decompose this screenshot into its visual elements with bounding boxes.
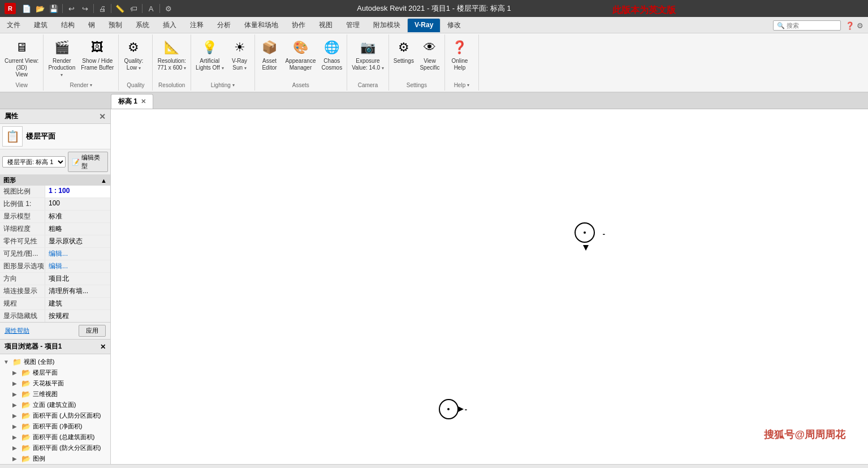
tree-item-legends[interactable]: ▶ 📂 图例 — [9, 453, 110, 464]
ribbon-group-help: ❓ OnlineHelp Help ▾ — [445, 35, 479, 91]
tab-view[interactable]: 视图 — [312, 18, 339, 33]
show-hide-label: Show / HideFrame Buffer — [81, 58, 114, 71]
tab-addins[interactable]: 附加模块 — [366, 18, 407, 33]
property-type-icon: 📋 — [2, 126, 23, 147]
tab-collaborate[interactable]: 协作 — [285, 18, 312, 33]
tree-item-area-plans2[interactable]: ▶ 📂 面积平面 (净面积) — [9, 421, 110, 432]
render-group-label: Render ▾ — [46, 81, 116, 89]
property-type-area: 📋 楼层平面 — [0, 124, 110, 149]
properties-close-button[interactable]: ✕ — [99, 112, 106, 121]
search-input[interactable] — [773, 20, 841, 31]
ribbon-group-resolution: 📐 Resolution:771 x 600 ▾ Resolution — [153, 35, 191, 91]
resolution-button[interactable]: 📐 Resolution:771 x 600 ▾ — [155, 37, 188, 73]
qa-save[interactable]: 💾 — [47, 2, 60, 15]
exposure-button[interactable]: 📷 ExposureValue: 14.0 ▾ — [349, 37, 386, 73]
qa-sep1 — [62, 4, 63, 13]
tree-item-floor-plans[interactable]: ▶ 📂 楼层平面 — [9, 367, 110, 378]
exposure-icon: 📷 — [359, 38, 377, 57]
render-production-button[interactable]: 🎬 RenderProduction▾ — [46, 37, 77, 80]
tab-modify[interactable]: 修改 — [441, 18, 468, 33]
settings-group-label: Settings — [391, 81, 442, 89]
edit-type-icon: 📝 — [72, 158, 80, 166]
doc-tab-close[interactable]: ✕ — [141, 98, 146, 105]
online-help-button[interactable]: ❓ OnlineHelp — [447, 37, 472, 73]
property-type-name: 楼层平面 — [26, 131, 55, 141]
qa-print[interactable]: 🖨 — [96, 2, 109, 15]
render-production-label: RenderProduction▾ — [48, 58, 75, 78]
tree-item-3d-views[interactable]: ▶ 📂 三维视图 — [9, 389, 110, 400]
tab-structure[interactable]: 结构 — [54, 18, 81, 33]
quality-button[interactable]: ⚙ Quality:Low ▾ — [121, 37, 146, 73]
tree-toggle-views[interactable]: ▼ — [3, 359, 10, 365]
tab-architecture[interactable]: 建筑 — [27, 18, 54, 33]
quality-icon: ⚙ — [124, 38, 142, 57]
prop-row-scale-val: 比例值 1: 100 — [0, 198, 110, 211]
document-tabs: 标高 1 ✕ — [0, 93, 868, 109]
chaos-cosmos-icon: 🌐 — [323, 38, 341, 57]
online-help-icon: ❓ — [451, 38, 469, 57]
qa-open[interactable]: 📂 — [34, 2, 46, 15]
settings-btn-icon: ⚙ — [395, 38, 413, 57]
apply-button[interactable]: 应用 — [79, 325, 106, 337]
show-hide-frame-buffer-button[interactable]: 🖼 Show / HideFrame Buffer — [79, 37, 116, 73]
tab-manage[interactable]: 管理 — [339, 18, 366, 33]
properties-scroll-area[interactable]: 图形 ▲ 视图比例 1 : 100 比例值 1: 100 显示模型 标准 详细程… — [0, 175, 110, 322]
tab-system[interactable]: 系统 — [129, 18, 156, 33]
tree-item-area-plans1[interactable]: ▶ 📂 面积平面 (人防分区面积) — [9, 410, 110, 421]
tab-steel[interactable]: 钢 — [81, 18, 102, 33]
tree-item-elevations[interactable]: ▶ 📂 立面 (建筑立面) — [9, 400, 110, 410]
property-selector-area: 楼层平面: 标高 1 📝 编辑类型 — [0, 149, 110, 175]
canvas-area[interactable]: - - - 搜狐号@周周周花 — [111, 109, 868, 464]
resolution-label: Resolution:771 x 600 ▾ — [157, 58, 186, 71]
project-tree[interactable]: ▼ 📁 视图 (全部) ▶ 📂 楼层平面 ▶ 📂 天花板平面 — [0, 354, 110, 464]
lighting-group-label: Lighting ▾ — [193, 81, 252, 89]
tree-label-legends: 图例 — [33, 454, 107, 463]
doc-tab-biaogao1[interactable]: 标高 1 ✕ — [111, 94, 153, 109]
tab-file[interactable]: 文件 — [0, 18, 27, 33]
appearance-manager-button[interactable]: 🎨 AppearanceManager — [283, 37, 318, 73]
help-icon[interactable]: ❓ — [845, 22, 854, 30]
chaos-cosmos-button[interactable]: 🌐 ChaosCosmos — [319, 37, 344, 73]
tab-insert[interactable]: 插入 — [156, 18, 183, 33]
artificial-lights-button[interactable]: 💡 ArtificialLights Off ▾ — [193, 37, 226, 73]
property-selector-dropdown[interactable]: 楼层平面: 标高 1 — [2, 156, 66, 168]
tree-item-area-plans3[interactable]: ▶ 📂 面积平面 (总建筑面积) — [9, 432, 110, 443]
tab-vray[interactable]: V-Ray — [407, 18, 441, 33]
qa-extra[interactable]: ⚙ — [162, 2, 175, 15]
quality-group-label: Quality — [121, 81, 150, 89]
qa-measure[interactable]: 📏 — [114, 2, 126, 15]
project-browser-close-button[interactable]: ✕ — [100, 343, 106, 351]
prop-row-detail: 详细程度 粗略 — [0, 223, 110, 235]
tree-item-ceiling-plans[interactable]: ▶ 📂 天花板平面 — [9, 378, 110, 389]
properties-panel: 属性 ✕ 📋 楼层平面 楼层平面: 标高 1 📝 编辑类型 图形 ▲ — [0, 109, 110, 340]
vray-sun-button[interactable]: ☀ V-RaySun ▾ — [227, 37, 252, 73]
artificial-lights-icon: 💡 — [201, 38, 219, 57]
current-view-button[interactable]: 🖥 Current View:(3D)View — [2, 37, 41, 80]
ribbon-group-view: 🖥 Current View:(3D)View View — [0, 35, 44, 91]
properties-help-link[interactable]: 属性帮助 — [5, 327, 29, 335]
settings-icon[interactable]: ⚙ — [857, 22, 863, 30]
resolution-group-label: Resolution — [155, 81, 188, 89]
tab-annotate[interactable]: 注释 — [183, 18, 210, 33]
qa-redo[interactable]: ↪ — [79, 2, 91, 15]
qa-undo[interactable]: ↩ — [65, 2, 77, 15]
qa-tag[interactable]: 🏷 — [127, 2, 140, 15]
ribbon-group-camera: 📷 ExposureValue: 14.0 ▾ Camera — [347, 35, 389, 91]
qa-text[interactable]: A — [145, 2, 157, 15]
view-specific-button[interactable]: 👁 ViewSpecific — [417, 37, 442, 73]
tree-item-views[interactable]: ▼ 📁 视图 (全部) — [0, 357, 110, 367]
ribbon-group-quality: ⚙ Quality:Low ▾ Quality — [119, 35, 153, 91]
title-text: Autodesk Revit 2021 - 项目1 - 楼层平面: 标高 1 — [357, 3, 511, 14]
version-annotation: 此版本为英文版 — [612, 5, 676, 16]
asset-editor-button[interactable]: 📦 AssetEditor — [257, 37, 282, 73]
edit-type-button[interactable]: 📝 编辑类型 — [68, 152, 108, 172]
tree-item-area-plans4[interactable]: ▶ 📂 面积平面 (防火分区面积) — [9, 443, 110, 453]
tab-precast[interactable]: 预制 — [102, 18, 129, 33]
tab-mass[interactable]: 体量和场地 — [237, 18, 285, 33]
tab-analyze[interactable]: 分析 — [210, 18, 237, 33]
ribbon-group-assets: 📦 AssetEditor 🎨 AppearanceManager 🌐 Chao… — [255, 35, 348, 91]
ribbon-group-render: 🎬 RenderProduction▾ 🖼 Show / HideFrame B… — [44, 35, 119, 91]
settings-button[interactable]: ⚙ Settings — [391, 37, 416, 66]
tree-label-floor-plans: 楼层平面 — [33, 368, 107, 377]
qa-new[interactable]: 📄 — [20, 2, 33, 15]
